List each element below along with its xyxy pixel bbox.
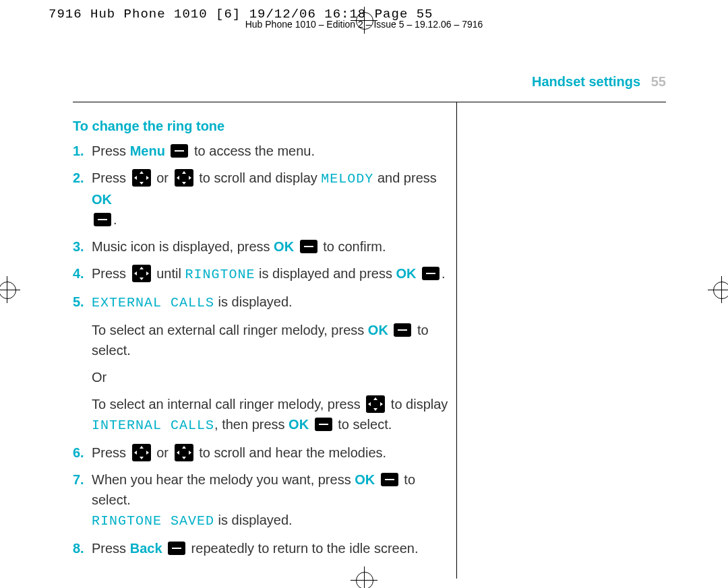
page-header: Handset settings 55 — [73, 74, 666, 90]
step-5-sub-internal: To select an internal call ringer melody… — [92, 394, 450, 436]
step-number: 6. — [73, 443, 92, 463]
step-4: 4. Press until RINGTONE is displayed and… — [73, 263, 450, 285]
nav-key-icon — [175, 444, 193, 461]
lcd-text-melody: MELODY — [321, 171, 373, 187]
nav-key-icon — [175, 169, 193, 187]
softkey-minus-icon — [168, 542, 185, 555]
ok-key-label: OK — [368, 323, 388, 337]
step-5-sub-or: Or — [92, 367, 450, 387]
ok-key-label: OK — [396, 266, 417, 281]
ok-key-label: OK — [289, 417, 309, 432]
ok-key-label: OK — [92, 192, 112, 207]
menu-key-label: Menu — [130, 143, 165, 158]
section-name: Handset settings — [532, 74, 640, 89]
step-5: 5. EXTERNAL CALLS is displayed. — [73, 292, 450, 313]
registration-mark-top-icon — [351, 7, 377, 34]
step-8: 8. Press Back repeatedly to return to th… — [73, 538, 450, 558]
ok-key-label: OK — [274, 239, 294, 254]
lcd-text-external-calls: EXTERNAL CALLS — [92, 295, 214, 311]
softkey-minus-icon — [422, 267, 439, 280]
registration-mark-left-icon — [0, 276, 20, 303]
softkey-minus-icon — [381, 473, 398, 486]
step-number: 5. — [73, 292, 92, 312]
lcd-text-ringtone: RINGTONE — [185, 267, 255, 282]
step-2: 2. Press or to scroll and display MELODY… — [73, 168, 450, 230]
step-number: 4. — [73, 263, 92, 284]
step-number: 2. — [73, 168, 92, 188]
step-list-cont: 6. Press or to scroll and hear the melod… — [73, 443, 450, 558]
step-5-sub-external: To select an external call ringer melody… — [92, 320, 450, 360]
step-3: 3. Music icon is displayed, press OK to … — [73, 236, 450, 257]
back-key-label: Back — [130, 541, 162, 556]
ok-key-label: OK — [355, 472, 375, 487]
registration-mark-right-icon — [708, 276, 728, 303]
page-number: 55 — [651, 74, 666, 89]
nav-key-icon — [132, 265, 151, 282]
nav-key-icon — [132, 444, 151, 461]
lcd-text-ringtone-saved: RINGTONE SAVED — [92, 513, 214, 529]
step-6: 6. Press or to scroll and hear the melod… — [73, 443, 450, 463]
step-1: 1. Press Menu to access the menu. — [73, 141, 450, 161]
softkey-minus-icon — [94, 213, 111, 226]
softkey-minus-icon — [300, 240, 317, 253]
softkey-minus-icon — [394, 323, 411, 337]
step-number: 7. — [73, 469, 92, 490]
subsection-title: To change the ring tone — [73, 119, 450, 134]
registration-mark-bottom-icon — [351, 566, 377, 588]
header-rule — [73, 102, 666, 102]
step-number: 8. — [73, 538, 92, 558]
step-7: 7. When you hear the melody you want, pr… — [73, 469, 450, 531]
step-list: 1. Press Menu to access the menu. 2. Pre… — [73, 141, 450, 313]
softkey-minus-icon — [315, 418, 332, 431]
page-body: Handset settings 55 To change the ring t… — [73, 74, 666, 565]
softkey-minus-icon — [171, 144, 188, 158]
step-number: 1. — [73, 141, 92, 161]
lcd-text-internal-calls: INTERNAL CALLS — [92, 418, 214, 433]
nav-key-icon — [132, 169, 151, 187]
step-number: 3. — [73, 236, 92, 257]
column-divider — [456, 102, 457, 579]
nav-key-icon — [366, 395, 385, 413]
